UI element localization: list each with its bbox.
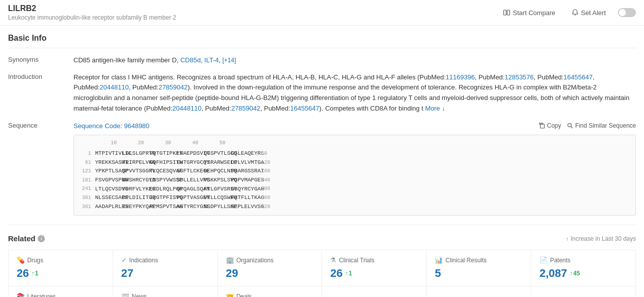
related-title-text: Related [8, 234, 35, 243]
clinical-trials-label: Clinical Trials [339, 257, 374, 264]
news-label: News [132, 293, 147, 297]
drugs-label: Drugs [27, 257, 43, 264]
page-header: LILRB2 Leukocyte immunoglobulin-like rec… [0, 0, 644, 26]
indications-label: Indications [129, 257, 158, 264]
increase-label: ↑ Increase in Last 30 days [566, 235, 636, 242]
news-icon: 📰 [121, 292, 129, 297]
deals-label: Deals [236, 293, 252, 297]
organizations-label: Organizations [236, 257, 274, 264]
clinical-results-icon: 📊 [435, 256, 443, 264]
sequence-code-link[interactable]: Sequence Code: 9648980 [73, 121, 149, 131]
sequence-box[interactable]: 10 20 30 40 50 1 MTPIVTIVLIC LGLSLGPRTR … [73, 135, 636, 216]
svg-rect-0 [504, 10, 506, 15]
seq-line-61: 61 YREKKSASWI TRIRPELVKN GQFHIPSITW EHTG… [80, 158, 629, 167]
clinical-results-count: 5 [435, 267, 523, 280]
svg-line-4 [571, 127, 573, 128]
synonyms-row: Synonyms CD85 antigen-like family member… [8, 55, 636, 65]
pubmed-27859042[interactable]: 27859042 [158, 83, 188, 91]
literatures-icon: 📚 [17, 292, 25, 297]
alert-toggle[interactable] [618, 8, 636, 17]
svg-rect-1 [507, 10, 510, 15]
related-card-indications[interactable]: ✓ Indications 27 [113, 250, 218, 286]
sequence-label: Sequence [8, 121, 73, 129]
find-similar-sequence-button[interactable]: Find Similar Sequence [567, 122, 636, 129]
related-grid-row1: 💊 Drugs 26 ↑1 ✓ Indications 27 🏢 Organiz… [8, 250, 636, 286]
svg-rect-2 [540, 124, 544, 128]
related-card-deals[interactable]: 🤝 Deals 7 ↑1 [218, 286, 323, 297]
related-card-organizations[interactable]: 🏢 Organizations 29 [218, 250, 323, 286]
pubmed-20448110[interactable]: 20448110 [100, 83, 129, 91]
page-content: Basic Info Synonyms CD85 antigen-like fa… [0, 26, 644, 297]
copy-sequence-button[interactable]: Copy [539, 122, 561, 129]
patents-count: 2,087 ↑45 [539, 267, 627, 280]
synonyms-value: CD85 antigen-like family member D, CD85d… [73, 55, 636, 65]
synonym-1: CD85 antigen-like family member D, [73, 56, 180, 64]
introduction-row: Introduction Receptor for class I MHC an… [8, 72, 636, 114]
literatures-label: Literatures [27, 293, 56, 297]
related-card-news[interactable]: 📰 News 100 ↑4 [113, 286, 218, 297]
indications-icon: ✓ [121, 256, 127, 264]
start-compare-button[interactable]: Start Compare [499, 7, 559, 19]
related-card-empty-2 [427, 286, 531, 297]
increase-arrow: ↑ [566, 236, 569, 242]
search-icon [567, 123, 573, 129]
copy-icon [539, 123, 545, 129]
seq-line-121: 121 YPKPTLSAQP SPVVTSGGRV TLQCESQVAF GGF… [80, 167, 629, 176]
patents-delta: ↑45 [570, 270, 580, 277]
seq-line-1: 1 MTPIVTIVLIC LGLSLGPRTR VQTGTIPKPT LWAE… [80, 149, 629, 158]
indications-count: 27 [121, 267, 209, 280]
gene-info: LILRB2 Leukocyte immunoglobulin-like rec… [8, 4, 176, 21]
related-info-icon[interactable]: i [38, 235, 45, 242]
introduction-text: Receptor for class I MHC antigens. Recog… [73, 72, 636, 114]
related-card-clinical-trials[interactable]: ⚗ Clinical Trials 26 ↑1 [322, 250, 427, 286]
related-card-drugs[interactable]: 💊 Drugs 26 ↑1 [9, 250, 113, 286]
pubmed-16455647[interactable]: 16455647 [564, 73, 593, 81]
deals-icon: 🤝 [226, 292, 234, 297]
pubmed-27859042-2[interactable]: 27859042 [231, 105, 261, 112]
sequence-content: Sequence Code: 9648980 Copy [73, 121, 636, 216]
pubmed-12853576[interactable]: 12853576 [505, 73, 534, 81]
clinical-trials-delta: ↑1 [345, 270, 352, 277]
drugs-count: 26 ↑1 [17, 267, 105, 280]
patents-label: Patents [550, 257, 571, 264]
drugs-delta: ↑1 [31, 270, 38, 277]
sequence-header: Sequence Code: 9648980 Copy [73, 121, 636, 131]
seq-line-361: 361 AADAPLRLRS IHEYPKYQAE PPMSPVTSAH AGT… [80, 203, 629, 212]
seq-line-301: 301 NLSSECSAPS DPLDILITGQ IRGTPFISVQ PGP… [80, 193, 629, 203]
divider [8, 225, 636, 225]
clinical-trials-count: 26 ↑1 [330, 267, 418, 280]
gene-subtitle: Leukocyte immunoglobulin-like receptor s… [8, 14, 176, 21]
synonyms-label: Synonyms [8, 55, 73, 63]
pill-icon: 💊 [17, 256, 25, 264]
set-alert-button[interactable]: Set Alert [568, 7, 610, 19]
seq-line-241: 241 LTLQCVSDVG YDRFVLYKEG ERDLRQLPGR QPQ… [80, 185, 629, 194]
synonym-plus-link[interactable]: [+14] [222, 57, 236, 64]
related-card-empty-3 [531, 286, 636, 297]
clinical-trials-icon: ⚗ [330, 256, 336, 264]
clinical-results-label: Clinical Results [445, 257, 487, 264]
organizations-count: 29 [226, 267, 314, 280]
pubmed-11169396[interactable]: 11169396 [446, 73, 475, 81]
basic-info-heading: Basic Info [8, 34, 636, 48]
more-link[interactable]: More ↓ [425, 105, 445, 112]
pubmed-20448110-2[interactable]: 20448110 [173, 105, 202, 112]
related-card-clinical-results[interactable]: 📊 Clinical Results 5 [427, 250, 531, 286]
compare-icon [503, 9, 510, 16]
gene-name: LILRB2 [8, 4, 176, 13]
org-icon: 🏢 [226, 256, 234, 264]
introduction-label: Introduction [8, 72, 73, 80]
svg-point-3 [568, 124, 572, 127]
synonym-3-link[interactable]: ILT-4 [204, 56, 219, 64]
related-card-patents[interactable]: 📄 Patents 2,087 ↑45 [531, 250, 636, 286]
related-header: Related i ↑ Increase in Last 30 days [8, 234, 636, 243]
sequence-row: Sequence Sequence Code: 9648980 Copy [8, 121, 636, 216]
related-title-container: Related i [8, 234, 45, 243]
bell-icon [572, 9, 579, 16]
header-actions: Start Compare Set Alert [499, 7, 636, 19]
seq-line-181: 181 FSVGPVSPNR BWSHRCYGYD LNSPYVWSSP SDL… [80, 176, 629, 185]
related-card-empty-1 [322, 286, 427, 297]
related-grid-row2: 📚 Literatures 454 📰 News 100 ↑4 🤝 Deals [8, 286, 636, 297]
synonym-2-link[interactable]: CD85d [180, 56, 200, 64]
pubmed-16455647-2[interactable]: 16455647 [290, 105, 319, 112]
related-card-literatures[interactable]: 📚 Literatures 454 [9, 286, 113, 297]
